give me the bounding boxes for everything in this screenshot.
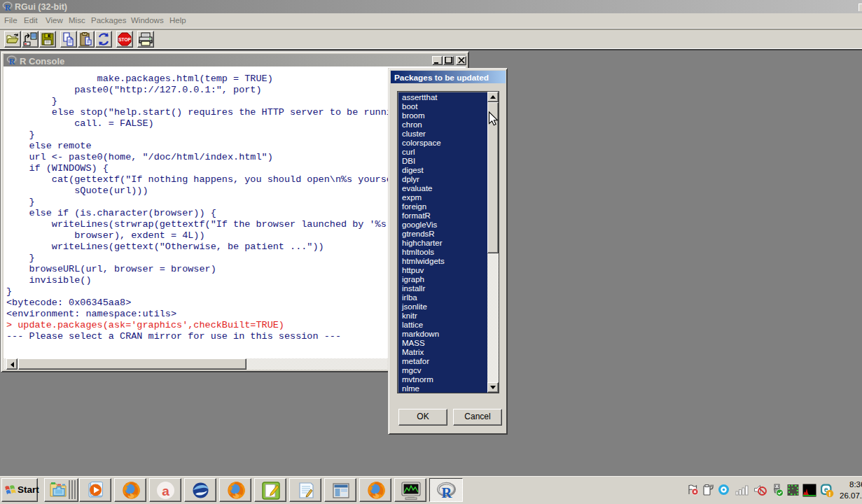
svg-text:STOP: STOP [118,37,131,42]
svg-text:!: ! [829,491,831,498]
